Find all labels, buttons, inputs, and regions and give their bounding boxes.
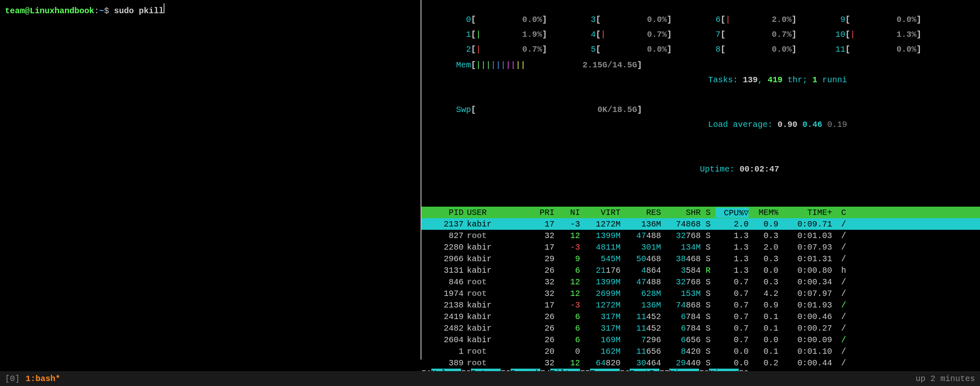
prompt-dollar: $	[104, 6, 114, 16]
hdr-cmd[interactable]: C	[832, 208, 849, 217]
cpu-meter-7: 7[0.7%]	[696, 27, 821, 42]
hdr-time[interactable]: TIME+	[778, 208, 832, 217]
process-table[interactable]: PID USER PRI NI VIRT RES SHR S CPU%▽ MEM…	[421, 207, 980, 369]
table-row[interactable]: 2280kabir17-34811M301M134MS1.32.00:07.93…	[421, 241, 980, 253]
table-row[interactable]: 3131kabir2662117648643584R1.30.00:00.80h	[421, 264, 980, 276]
shell-prompt[interactable]: team@Linuxhandbook:~$ sudo pkill	[5, 3, 416, 16]
load-average: Load average: 0.90 0.46 0.19	[708, 120, 847, 129]
hdr-cpu-sorted[interactable]: CPU%▽	[716, 207, 749, 218]
prompt-path: ~	[99, 6, 104, 16]
table-row[interactable]: 389root3212648203046429440S0.00.20:00.44…	[421, 357, 980, 369]
table-row[interactable]: 846root32121399M4748832768S0.70.30:00.34…	[421, 276, 980, 288]
table-header[interactable]: PID USER PRI NI VIRT RES SHR S CPU%▽ MEM…	[421, 207, 980, 218]
cpu-meter-8: 8[0.0%]	[696, 42, 821, 57]
cpu-meter-10: 10[|1.3%]	[821, 27, 945, 42]
table-row[interactable]: 2419kabir266317M114526784S0.70.10:00.46/	[421, 311, 980, 322]
cpu-meter-9: 9[0.0%]	[821, 12, 945, 27]
table-row[interactable]: 2482kabir266317M114526784S0.70.10:00.27/	[421, 322, 980, 334]
prompt-host: Linuxhandbook	[30, 6, 94, 16]
tmux-status-bar[interactable]: [0] 1:bash* up 2 minutes	[0, 371, 980, 386]
prompt-colon: :	[94, 6, 99, 16]
status-uptime: up 2 minutes	[916, 374, 975, 384]
hdr-user[interactable]: USER	[467, 208, 516, 217]
table-row[interactable]: 2137kabir17-31272M136M74868S2.00.90:09.7…	[421, 218, 980, 230]
prompt-at: @	[25, 6, 30, 16]
table-row[interactable]: 1974root32122699M628M153MS0.74.20:07.97/	[421, 288, 980, 299]
mem-bar: ||||||||||	[476, 58, 546, 102]
hdr-pid[interactable]: PID	[421, 208, 467, 217]
swp-label: Swp	[446, 102, 471, 147]
cpu-meter-1: 1[|1.9%]	[446, 27, 571, 42]
table-row[interactable]: 2966kabir299545M5046838468S1.30.30:01.31…	[421, 253, 980, 264]
cursor-icon	[164, 3, 164, 13]
terminal-left-pane[interactable]: team@Linuxhandbook:~$ sudo pkill	[0, 0, 421, 360]
cpu-meter-0: 0[0.0%]	[446, 12, 571, 27]
cpu-meter-2: 2[|0.7%]	[446, 42, 571, 57]
cpu-meter-5: 5[0.0%]	[571, 42, 696, 57]
uptime: Uptime: 00:02:47	[700, 164, 779, 174]
hdr-res[interactable]: RES	[621, 208, 661, 217]
hdr-ni[interactable]: NI	[554, 208, 580, 217]
table-row[interactable]: 1root200162M116568420S0.00.10:01.10/	[421, 345, 980, 357]
cpu-meter-4: 4[|0.7%]	[571, 27, 696, 42]
prompt-user: team	[5, 6, 25, 16]
hdr-shr[interactable]: SHR	[661, 208, 701, 217]
cpu-meter-11: 11[0.0%]	[821, 42, 945, 57]
cpu-meter-6: 6[|2.0%]	[696, 12, 821, 27]
mem-value: 2.15G/14.5G	[546, 58, 637, 102]
tasks-line: Tasks: 139, 419 thr; 1 runni	[708, 75, 847, 85]
hdr-pri[interactable]: PRI	[516, 208, 554, 217]
hdr-mem[interactable]: MEM%	[749, 208, 778, 217]
table-row[interactable]: 2138kabir17-31272M136M74868S0.70.90:01.9…	[421, 299, 980, 311]
table-row[interactable]: 827root32121399M4748832768S1.30.30:01.03…	[421, 230, 980, 241]
hdr-virt[interactable]: VIRT	[580, 208, 621, 217]
meters-section: 0[0.0%]3[0.0%]6[|2.0%]9[0.0%]1[|1.9%]4[|…	[421, 0, 980, 193]
window-name[interactable]: 1:bash*	[26, 374, 60, 384]
session-index[interactable]: [0]	[5, 374, 20, 384]
mem-label: Mem	[446, 58, 471, 102]
hdr-s[interactable]: S	[701, 208, 716, 217]
cpu-meter-3: 3[0.0%]	[571, 12, 696, 27]
command-input[interactable]: sudo pkill	[114, 6, 164, 16]
table-row[interactable]: 2604kabir266169M72966656S0.70.00:00.09/	[421, 334, 980, 345]
htop-pane[interactable]: 0[0.0%]3[0.0%]6[|2.0%]9[0.0%]1[|1.9%]4[|…	[421, 0, 980, 360]
swp-value: 0K/18.5G	[546, 102, 637, 147]
